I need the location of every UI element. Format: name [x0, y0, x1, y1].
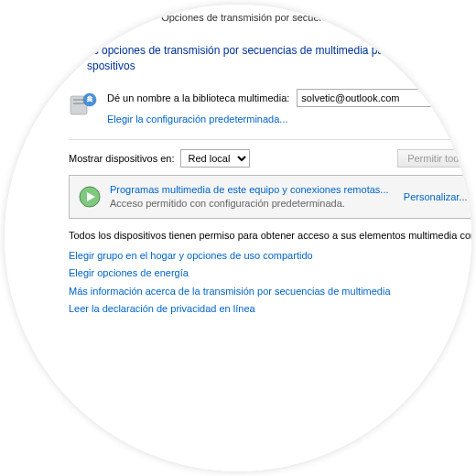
- page-heading: as opciones de transmisión por secuencia…: [5, 27, 471, 80]
- more-info-link[interactable]: Más información acerca de la transmisión…: [69, 284, 471, 299]
- homegroup-link[interactable]: Elegir grupo en el hogar y opciones de u…: [69, 248, 471, 264]
- chevron-right-icon: ›: [153, 12, 157, 23]
- show-devices-select[interactable]: Red local: [180, 149, 250, 168]
- show-devices-label: Mostrar dispositivos en:: [69, 153, 175, 164]
- breadcrumb-prev: s: [142, 12, 147, 23]
- breadcrumb: s › Opciones de transmisión por secuenci…: [5, 5, 471, 27]
- allow-all-button[interactable]: Permitir todo: [397, 149, 471, 168]
- customize-link[interactable]: Personalizar...: [404, 191, 468, 202]
- divider: [69, 139, 471, 140]
- library-name-input[interactable]: [297, 89, 434, 107]
- privacy-link[interactable]: Leer la declaración de privacidad en lín…: [69, 301, 471, 317]
- default-config-link[interactable]: Elegir la configuración predeterminada..…: [107, 114, 288, 124]
- device-title-link[interactable]: Programas multimedia de este equipo y co…: [110, 183, 389, 196]
- svg-rect-2: [73, 103, 84, 104]
- device-subtitle: Acceso permitido con configuración prede…: [110, 197, 389, 210]
- svg-rect-1: [73, 99, 84, 101]
- library-name-label: Dé un nombre a la biblioteca multimedia:: [107, 92, 289, 103]
- permissions-note: Todos los dispositivos tienen permiso pa…: [5, 219, 471, 244]
- device-list: ▴ ▾ Programas multimedia de este equipo …: [69, 175, 471, 219]
- breadcrumb-current[interactable]: Opciones de transmisión por secuencias d…: [161, 12, 408, 23]
- power-options-link[interactable]: Elegir opciones de energía: [69, 265, 471, 281]
- footer-links: Elegir grupo en el hogar y opciones de u…: [5, 244, 471, 317]
- media-program-icon: [77, 184, 103, 210]
- media-library-icon: [69, 89, 98, 118]
